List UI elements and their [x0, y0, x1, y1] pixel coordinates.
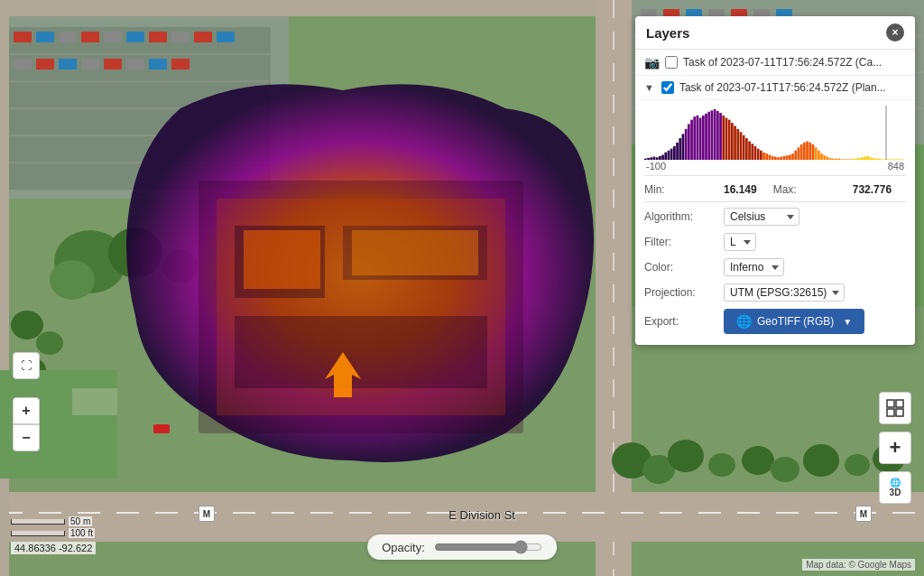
camera-icon: 📷 — [644, 55, 660, 70]
svg-rect-67 — [235, 316, 487, 388]
layer-item-camera[interactable]: 📷 Task of 2023-07-11T17:56:24.572Z (Ca..… — [635, 50, 915, 76]
svg-rect-23 — [126, 59, 144, 70]
divider-2 — [644, 201, 906, 202]
m-marker-left: M — [199, 506, 215, 522]
svg-rect-69 — [352, 230, 478, 275]
svg-rect-22 — [104, 59, 122, 70]
algorithm-label: Algorithm: — [644, 210, 716, 223]
algorithm-row: Algorithm: Celsius Fahrenheit — [644, 204, 906, 229]
svg-rect-11 — [81, 32, 99, 42]
svg-rect-17 — [217, 32, 235, 42]
threed-icon: 🌐 — [890, 478, 901, 488]
threed-button[interactable]: 🌐 3D — [879, 471, 911, 504]
svg-rect-47 — [0, 0, 9, 576]
svg-rect-21 — [81, 59, 99, 70]
histogram-container: -100 848 — [644, 106, 906, 172]
panel-header: Layers × — [635, 16, 915, 50]
projection-select[interactable]: UTM (EPSG:32615) WGS84 — [724, 283, 845, 302]
svg-rect-70 — [153, 424, 170, 433]
expand-button[interactable]: ⛶ — [13, 352, 40, 379]
histogram-min-label: -100 — [646, 161, 666, 172]
opacity-label: Opacity: — [382, 541, 425, 554]
svg-point-57 — [771, 457, 799, 482]
close-button[interactable]: × — [886, 23, 904, 42]
layers-panel: Layers × 📷 Task of 2023-07-11T17:56:24.5… — [635, 16, 915, 345]
panel-title: Layers — [646, 25, 689, 41]
street-label: E Division St — [448, 508, 515, 522]
svg-rect-62 — [72, 388, 117, 415]
svg-rect-18 — [14, 59, 32, 70]
layer-plan-checkbox[interactable] — [661, 81, 674, 94]
layer-camera-checkbox[interactable] — [665, 56, 678, 69]
layer-plan-label: Task of 2023-07-11T17:56:24.572Z (Plan..… — [679, 81, 906, 94]
histogram-labels: -100 848 — [644, 161, 906, 172]
svg-rect-15 — [171, 32, 189, 42]
export-button[interactable]: 🌐 GeoTIFF (RGB) ▼ — [724, 309, 864, 334]
projection-label: Projection: — [644, 286, 716, 299]
map-container: Layers × 📷 Task of 2023-07-11T17:56:24.5… — [0, 0, 924, 576]
export-row: Export: 🌐 GeoTIFF (RGB) ▼ — [644, 305, 906, 338]
svg-point-28 — [50, 260, 95, 300]
histogram-max-label: 848 — [888, 161, 904, 172]
svg-rect-73 — [887, 409, 894, 416]
projection-row: Projection: UTM (EPSG:32615) WGS84 — [644, 280, 906, 305]
min-label: Min: — [644, 183, 716, 196]
scale-50m-label: 50 m — [69, 516, 92, 526]
zoom-in-button[interactable]: + — [13, 397, 40, 424]
scale-bar: 50 m 100 ft — [11, 516, 95, 538]
svg-rect-14 — [149, 32, 167, 42]
filter-select[interactable]: L H M — [724, 233, 756, 251]
layer-item-plan[interactable]: ▼ Task of 2023-07-11T17:56:24.572Z (Plan… — [635, 76, 915, 100]
grid-icon — [886, 399, 904, 417]
export-btn-label: GeoTIFF (RGB) — [757, 315, 834, 328]
grid-button[interactable] — [879, 392, 911, 424]
max-label: Max: — [773, 183, 845, 196]
threed-label: 3D — [890, 488, 901, 497]
histogram-canvas — [644, 106, 904, 160]
minmax-row: Min: 16.149 Max: 732.776 — [644, 180, 906, 200]
layer-camera-label: Task of 2023-07-11T17:56:24.572Z (Ca... — [683, 56, 906, 69]
globe-icon: 🌐 — [736, 314, 752, 329]
svg-rect-12 — [104, 32, 122, 42]
filter-row: Filter: L H M — [644, 229, 906, 255]
filter-label: Filter: — [644, 236, 716, 248]
right-controls: + 🌐 3D — [879, 392, 911, 504]
scale-100ft-label: 100 ft — [69, 528, 95, 538]
svg-rect-16 — [194, 32, 212, 42]
svg-point-49 — [36, 331, 63, 355]
zoom-controls: + − — [13, 397, 40, 451]
svg-rect-20 — [59, 59, 77, 70]
coordinates-display: 44.86336 -92.622 — [11, 542, 96, 554]
svg-rect-25 — [171, 59, 189, 70]
dropdown-arrow-icon: ▼ — [843, 317, 852, 327]
svg-rect-24 — [149, 59, 167, 70]
svg-rect-19 — [36, 59, 54, 70]
min-value: 16.149 — [724, 183, 757, 196]
expand-arrow-icon: ▼ — [644, 82, 654, 93]
color-row: Color: Inferno Viridis Plasma — [644, 255, 906, 280]
svg-rect-9 — [36, 32, 54, 42]
opacity-slider[interactable] — [434, 540, 542, 554]
svg-point-48 — [11, 311, 43, 339]
svg-rect-8 — [14, 32, 32, 42]
svg-rect-72 — [896, 400, 903, 407]
color-select[interactable]: Inferno Viridis Plasma — [724, 258, 784, 276]
svg-point-59 — [845, 454, 870, 476]
color-label: Color: — [644, 261, 716, 274]
m-marker-right: M — [855, 506, 872, 522]
max-value: 732.776 — [853, 183, 892, 196]
svg-rect-10 — [59, 32, 77, 42]
zoom-out-button[interactable]: − — [13, 424, 40, 451]
properties-table: Min: 16.149 Max: 732.776 Algorithm: Cels… — [635, 176, 915, 345]
svg-point-58 — [803, 444, 839, 477]
export-label: Export: — [644, 315, 716, 328]
opacity-bar: Opacity: — [367, 534, 557, 560]
svg-point-54 — [668, 440, 704, 472]
svg-rect-68 — [244, 230, 320, 289]
zoom-plus-button[interactable]: + — [879, 432, 911, 464]
svg-rect-71 — [887, 400, 894, 407]
algorithm-select[interactable]: Celsius Fahrenheit — [724, 208, 799, 226]
expand-icon: ⛶ — [21, 359, 32, 372]
map-attribution: Map data: © Google Maps — [802, 559, 915, 571]
svg-point-56 — [742, 446, 774, 475]
